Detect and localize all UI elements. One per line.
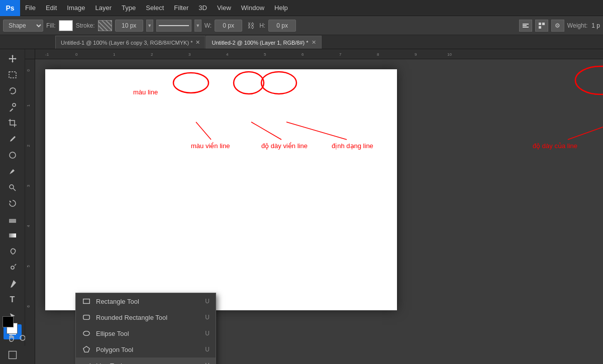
main-area: T -1 0 1 2: [0, 49, 603, 364]
ruler-tick: 10: [447, 52, 452, 57]
menu-image[interactable]: Image: [62, 0, 90, 16]
tab-1[interactable]: Untitled-1 @ 100% (Layer 6 copy 3, RGB/8…: [55, 36, 206, 49]
svg-rect-11: [9, 219, 16, 222]
menu-file[interactable]: File: [20, 0, 41, 16]
svg-rect-7: [9, 108, 13, 111]
flyout-line-tool[interactable]: ▶ Line Tool U: [76, 357, 216, 364]
flyout-ellipse-tool[interactable]: Ellipse Tool U: [76, 325, 216, 341]
ruler-tick: 3: [188, 52, 190, 57]
optionsbar: Shape Path Pixels Fill: Stroke: 10 px ▼ …: [0, 16, 603, 35]
flyout-rectangle-label: Rectangle Tool: [96, 298, 200, 305]
width-input[interactable]: [215, 20, 242, 32]
svg-rect-18: [83, 315, 89, 320]
svg-rect-1: [523, 27, 529, 28]
foreground-color-swatch[interactable]: [3, 316, 14, 327]
brush-tool[interactable]: [4, 164, 22, 179]
h-label: H:: [259, 22, 265, 29]
move-tool[interactable]: [4, 51, 22, 66]
type-tool[interactable]: T: [4, 292, 22, 307]
tab-2-close[interactable]: ✕: [312, 39, 316, 46]
ruler-left: 0 1 2 3 4 5 6: [25, 59, 35, 364]
magic-wand-tool[interactable]: [4, 99, 22, 114]
ruler-tick: 1: [113, 52, 115, 57]
stroke-size-input[interactable]: 10 px: [115, 20, 143, 32]
svg-rect-4: [542, 23, 545, 25]
menu-view[interactable]: View: [212, 0, 236, 16]
history-brush-tool[interactable]: [4, 196, 22, 211]
svg-rect-2: [523, 25, 527, 26]
flyout-rounded-rect-label: Rounded Rectangle Tool: [96, 314, 200, 321]
dodge-tool[interactable]: [4, 260, 22, 275]
stroke-size-arrow[interactable]: ▼: [146, 20, 153, 32]
ruler-tick: 0: [75, 52, 77, 57]
ruler-tick: 5: [264, 52, 266, 57]
blur-tool[interactable]: [4, 244, 22, 259]
settings-icon[interactable]: ⚙: [551, 20, 564, 32]
link-wh-icon[interactable]: ⛓: [245, 20, 256, 31]
ellipse-tool-icon: [82, 329, 91, 338]
svg-rect-3: [539, 23, 541, 25]
ruler-tick: -1: [45, 52, 49, 57]
ruler-tick: 4: [226, 52, 228, 57]
stroke-color-box[interactable]: [98, 20, 112, 31]
flyout-rounded-rect-key: U: [205, 314, 210, 321]
flyout-rounded-rect-tool[interactable]: Rounded Rectangle Tool U: [76, 309, 216, 325]
svg-rect-17: [83, 299, 89, 304]
flyout-ellipse-label: Ellipse Tool: [96, 330, 200, 337]
menu-3d[interactable]: 3D: [193, 0, 212, 16]
flyout-line-label: Line Tool: [96, 362, 200, 365]
svg-rect-0: [523, 24, 529, 25]
svg-rect-12: [9, 233, 16, 237]
canvas: [45, 69, 397, 310]
menubar: Ps File Edit Image Layer Type Select Fil…: [0, 0, 603, 16]
flyout-rectangle-key: U: [205, 298, 210, 305]
svg-point-10: [10, 185, 14, 189]
align-icon[interactable]: [519, 20, 532, 32]
fill-color-box[interactable]: [59, 20, 73, 31]
menu-items: File Edit Image Layer Type Select Filter…: [20, 0, 293, 16]
healing-tool[interactable]: [4, 148, 22, 163]
menu-layer[interactable]: Layer: [90, 0, 117, 16]
rectangle-tool-icon: [82, 297, 91, 306]
tab-1-label: Untitled-1 @ 100% (Layer 6 copy 3, RGB/8…: [61, 40, 192, 46]
line-style-selector[interactable]: [156, 20, 191, 32]
flyout-polygon-tool[interactable]: Polygon Tool U: [76, 341, 216, 357]
flyout-rectangle-tool[interactable]: Rectangle Tool U: [76, 293, 216, 309]
screen-mode-icon[interactable]: [8, 350, 18, 360]
menu-help[interactable]: Help: [269, 0, 293, 16]
ruler-tick: 9: [415, 52, 417, 57]
flyout-polygon-label: Polygon Tool: [96, 346, 200, 353]
menu-edit[interactable]: Edit: [41, 0, 62, 16]
arrange-icon[interactable]: [535, 20, 548, 32]
height-input[interactable]: [268, 20, 296, 32]
lasso-tool[interactable]: [4, 83, 22, 98]
line-style-arrow[interactable]: ▼: [194, 20, 202, 32]
pen-tool[interactable]: [4, 276, 22, 291]
svg-point-9: [10, 152, 16, 158]
tab-2-label: Untitled-2 @ 100% (Layer 1, RGB/8#) *: [212, 40, 308, 46]
menu-filter[interactable]: Filter: [169, 0, 193, 16]
svg-point-8: [13, 103, 16, 106]
line-tool-icon: ▶: [82, 361, 91, 364]
tabsbar: Untitled-1 @ 100% (Layer 6 copy 3, RGB/8…: [0, 35, 603, 49]
eyedropper-tool[interactable]: [4, 132, 22, 147]
ruler-tick: 1: [26, 104, 31, 106]
workspace: -1 0 1 2 3 4 5 6 7 8 9 10 0 1 2 3 4: [25, 49, 603, 364]
svg-point-13: [11, 266, 14, 269]
menu-select[interactable]: Select: [141, 0, 169, 16]
tab-2[interactable]: Untitled-2 @ 100% (Layer 1, RGB/8#) * ✕: [206, 36, 321, 49]
clone-stamp-tool[interactable]: [4, 180, 22, 195]
tab-1-close[interactable]: ✕: [195, 39, 200, 46]
crop-tool[interactable]: [4, 115, 22, 131]
menu-window[interactable]: Window: [236, 0, 269, 16]
shape-mode-select[interactable]: Shape Path Pixels: [3, 20, 43, 32]
eraser-tool[interactable]: [4, 212, 22, 227]
ps-logo: Ps: [0, 0, 20, 16]
ruler-top: -1 0 1 2 3 4 5 6 7 8 9 10: [35, 49, 603, 59]
menu-type[interactable]: Type: [117, 0, 141, 16]
gradient-tool[interactable]: [4, 228, 22, 243]
ruler-tick: 6: [301, 52, 304, 57]
fill-label: Fill:: [46, 22, 56, 29]
marquee-rect-tool[interactable]: [4, 67, 22, 82]
stroke-label: Stroke:: [76, 22, 95, 29]
